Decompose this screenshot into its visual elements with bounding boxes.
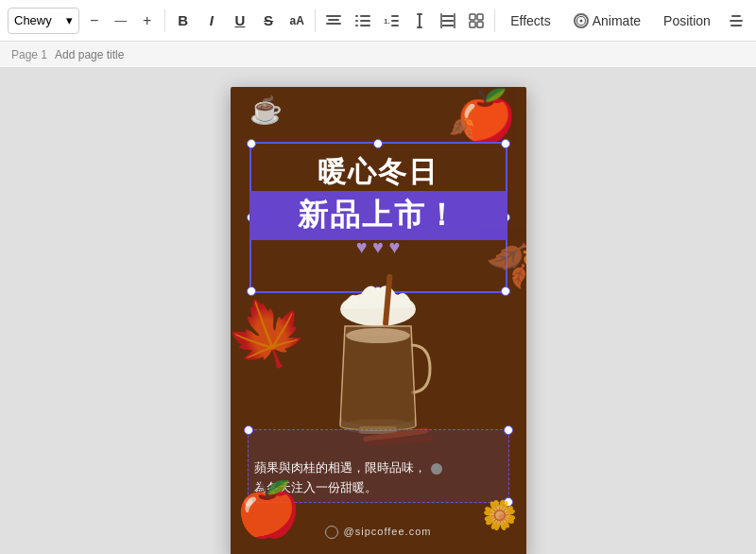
font-size-increase-button[interactable]: + (136, 9, 159, 32)
font-size-value: — (108, 13, 134, 27)
handle-bottom-left[interactable] (247, 286, 256, 296)
more-options-button[interactable] (724, 8, 748, 34)
svg-point-28 (579, 19, 582, 22)
svg-rect-7 (355, 25, 358, 26)
grid-button[interactable] (464, 8, 489, 34)
svg-rect-19 (442, 20, 454, 22)
svg-rect-15 (419, 15, 421, 26)
svg-rect-20 (442, 25, 454, 26)
numbered-list-button[interactable]: 1. (379, 8, 404, 34)
edit-dot-icon (431, 463, 442, 475)
hearts-decoration: ♥ ♥ ♥ (231, 236, 526, 258)
leaf-top-right-decoration: 🍂 (449, 115, 474, 140)
svg-rect-12 (391, 25, 399, 26)
strikethrough-button[interactable]: S (256, 8, 281, 34)
divider-2 (315, 9, 316, 32)
svg-rect-4 (360, 15, 370, 17)
divider-3 (494, 9, 495, 32)
bottom-handle-tl[interactable] (244, 425, 253, 435)
svg-rect-24 (477, 14, 483, 20)
body-text-line1: 蘋果與肉桂的相遇，限時品味， (254, 460, 426, 475)
svg-rect-22 (454, 13, 455, 28)
svg-rect-6 (360, 20, 370, 22)
coffee-cup-decoration: ☕ (249, 95, 283, 126)
leaf-left-decoration: 🍁 (231, 284, 318, 385)
divider-1 (164, 9, 165, 32)
svg-rect-21 (440, 13, 442, 28)
svg-rect-23 (470, 14, 475, 20)
bottom-handle-tr[interactable] (504, 425, 513, 435)
poster-website: @sipcoffee.com (231, 526, 526, 539)
website-text: @sipcoffee.com (344, 526, 432, 537)
animate-icon (574, 13, 589, 28)
align-button[interactable] (321, 8, 346, 34)
bold-button[interactable]: B (171, 8, 196, 34)
font-size-decrease-button[interactable]: − (83, 9, 106, 32)
svg-rect-5 (355, 20, 358, 22)
font-name-chevron-icon: ▾ (66, 13, 73, 27)
page-title-input[interactable] (55, 48, 745, 61)
case-button[interactable]: aA (284, 8, 309, 34)
italic-button[interactable]: I (199, 8, 224, 34)
more-options-icon (730, 15, 743, 26)
svg-rect-26 (477, 22, 483, 27)
effects-button[interactable]: Effects (501, 9, 560, 32)
page-bar: Page 1 (0, 42, 756, 68)
handle-top-middle[interactable] (373, 139, 383, 148)
animate-label: Animate (593, 13, 641, 28)
font-name-label: Chewy (14, 13, 52, 27)
svg-point-31 (346, 328, 410, 343)
animate-button[interactable]: Animate (564, 9, 650, 32)
website-icon (325, 526, 338, 539)
spacing-button[interactable] (436, 8, 460, 34)
underline-button[interactable]: U (228, 8, 252, 34)
poster-heading-2: 新品上市！ (298, 198, 458, 232)
handle-bottom-right[interactable] (501, 286, 510, 296)
poster-heading-2-wrapper[interactable]: 新品上市！ (249, 191, 507, 240)
list-button[interactable] (350, 8, 374, 34)
toolbar: Chewy ▾ − — + B I U S aA 1. (0, 0, 756, 42)
page-indicator: Page 1 (11, 48, 47, 61)
svg-rect-8 (360, 25, 370, 26)
svg-rect-0 (326, 15, 341, 17)
font-size-controls: − — + (83, 9, 159, 32)
handle-top-left[interactable] (247, 139, 256, 148)
font-name-selector[interactable]: Chewy ▾ (8, 8, 79, 34)
poster: ☕ 🍎 🍂 暖心冬日 新品上市！ ♥ ♥ ♥ 🍁 🍂 (231, 87, 526, 554)
svg-rect-11 (391, 20, 399, 22)
svg-rect-25 (470, 22, 475, 27)
svg-text:1.: 1. (384, 17, 390, 26)
canvas-area: ☕ 🍎 🍂 暖心冬日 新品上市！ ♥ ♥ ♥ 🍁 🍂 (0, 68, 756, 554)
line-height-button[interactable] (407, 8, 432, 34)
poster-heading-1[interactable]: 暖心冬日 (231, 153, 526, 192)
svg-rect-18 (442, 15, 454, 17)
svg-rect-1 (328, 19, 339, 21)
svg-rect-3 (355, 15, 358, 17)
svg-rect-10 (391, 15, 399, 17)
svg-rect-2 (326, 23, 341, 25)
position-button[interactable]: Position (654, 9, 720, 32)
